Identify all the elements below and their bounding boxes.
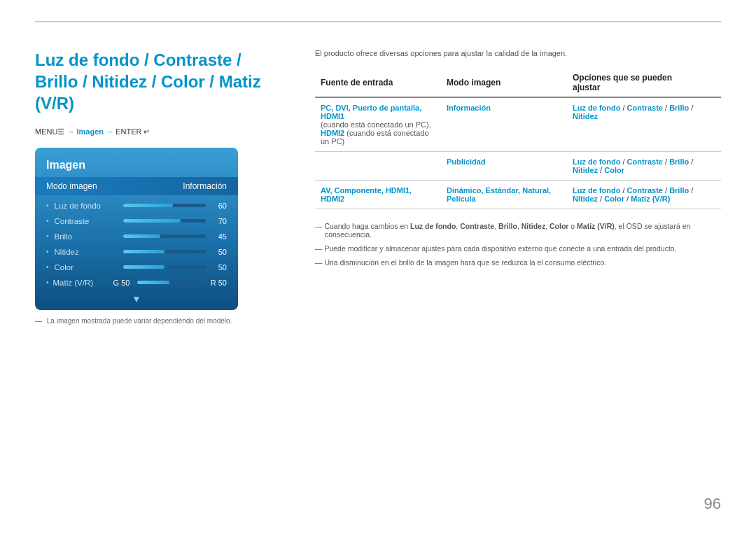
source-pc: PC, DVI, Puerto de pantalla, HDMI1 (cuan… xyxy=(315,97,441,152)
arrow1: → xyxy=(66,127,76,136)
mode-dinamico: Dinámico, Estándar, Natural, Película xyxy=(441,181,567,209)
mode-info: Información xyxy=(441,97,567,152)
osd-value-contraste: 70 xyxy=(210,217,227,225)
left-column: Luz de fondo / Contraste / Brillo / Niti… xyxy=(35,49,287,325)
page-number: 96 xyxy=(704,495,721,513)
osd-title: Imagen xyxy=(35,156,238,177)
osd-dot-matiz: • xyxy=(46,279,49,286)
menu-label: MENU xyxy=(35,127,57,136)
source-empty xyxy=(315,152,441,181)
options-3: Luz de fondo / Contraste / Brillo / Niti… xyxy=(567,181,721,209)
osd-item-brillo: • Brillo 45 xyxy=(35,229,238,244)
mode-publicidad: Publicidad xyxy=(441,152,567,181)
page-title: Luz de fondo / Contraste / Brillo / Niti… xyxy=(35,49,287,115)
osd-bar-contraste xyxy=(123,219,206,223)
options-2: Luz de fondo / Contraste / Brillo / Niti… xyxy=(567,152,721,181)
table-row-1: PC, DVI, Puerto de pantalla, HDMI1 (cuan… xyxy=(315,97,721,152)
options-1: Luz de fondo / Contraste / Brillo / Niti… xyxy=(567,97,721,152)
imagen-label: Imagen xyxy=(77,127,104,136)
menu-icon: ☰ xyxy=(57,127,64,136)
osd-bar-brillo xyxy=(123,234,206,238)
osd-bar-fill-nitidez xyxy=(123,250,164,253)
osd-dot: • xyxy=(46,248,49,255)
osd-scroll-arrow: ▼ xyxy=(35,293,238,304)
osd-item-contraste: • Contraste 70 xyxy=(35,213,238,229)
menu-path: MENU☰ → Imagen → ENTER ↵ xyxy=(35,127,287,136)
col-header-source: Fuente de entrada xyxy=(315,69,441,97)
osd-matiz-fill-g xyxy=(137,281,169,284)
osd-mode-label: Modo imagen xyxy=(46,181,97,191)
osd-bar-fill-color xyxy=(123,265,164,269)
osd-item-matiz: • Matiz (V/R) G 50 R 50 xyxy=(35,275,238,290)
enter-label: ENTER ↵ xyxy=(115,127,150,136)
osd-dot: • xyxy=(46,232,49,240)
source-av: AV, Componente, HDMI1, HDMI2 xyxy=(315,181,441,209)
osd-bar-fill-contraste xyxy=(123,219,181,223)
osd-bar-fill-luz xyxy=(123,204,173,207)
osd-value-brillo: 45 xyxy=(210,232,227,241)
note-3: Una disminución en el brillo de la image… xyxy=(315,255,721,269)
osd-label-luz: Luz de fondo xyxy=(55,202,118,210)
osd-bar-contraste-container: 70 xyxy=(123,217,227,225)
right-column: El producto ofrece diversas opciones par… xyxy=(315,49,721,325)
osd-menu: Imagen Modo imagen Información • Luz de … xyxy=(35,148,238,310)
osd-dot: • xyxy=(46,202,49,209)
table-row-3: AV, Componente, HDMI1, HDMI2 Dinámico, E… xyxy=(315,181,721,209)
osd-bar-color-container: 50 xyxy=(123,263,227,272)
note-2: Puede modificar y almacenar ajustes para… xyxy=(315,241,721,255)
notes-section: Cuando haga cambios en Luz de fondo, Con… xyxy=(315,219,721,269)
osd-bar-brillo-container: 45 xyxy=(123,232,227,241)
osd-dot: • xyxy=(46,217,49,225)
col-header-mode: Modo imagen xyxy=(441,69,567,97)
osd-bar-luz-container: 60 xyxy=(123,202,227,210)
arrow2: → xyxy=(106,127,115,136)
table-row-2: Publicidad Luz de fondo / Contraste / Br… xyxy=(315,152,721,181)
osd-label-contraste: Contraste xyxy=(55,217,118,225)
osd-mode-row: Modo imagen Información xyxy=(35,177,238,195)
info-table: Fuente de entrada Modo imagen Opciones q… xyxy=(315,69,721,209)
page-container: Luz de fondo / Contraste / Brillo / Niti… xyxy=(0,0,756,534)
osd-item-luz: • Luz de fondo 60 xyxy=(35,198,238,213)
osd-value-color: 50 xyxy=(210,263,227,272)
osd-bar-fill-brillo xyxy=(123,234,160,238)
osd-matiz-g: G 50 xyxy=(113,279,133,287)
osd-label-color: Color xyxy=(55,263,118,272)
osd-label-brillo: Brillo xyxy=(55,232,118,241)
right-intro: El producto ofrece diversas opciones par… xyxy=(315,49,721,57)
osd-dot: • xyxy=(46,263,49,271)
osd-bar-nitidez-container: 50 xyxy=(123,248,227,256)
osd-matiz-bar-g xyxy=(137,281,202,284)
osd-item-nitidez: • Nitidez 50 xyxy=(35,244,238,260)
osd-mode-value: Información xyxy=(183,181,227,191)
osd-bar-color xyxy=(123,265,206,269)
osd-bar-luz xyxy=(123,204,206,207)
osd-value-luz: 60 xyxy=(210,202,227,210)
osd-matiz-r: R 50 xyxy=(206,279,227,287)
osd-label-matiz: Matiz (V/R) xyxy=(53,279,109,287)
top-divider xyxy=(35,21,721,22)
col-header-options: Opciones que se puedenajustar xyxy=(567,69,721,97)
note-1: Cuando haga cambios en Luz de fondo, Con… xyxy=(315,219,721,241)
osd-value-nitidez: 50 xyxy=(210,248,227,256)
osd-item-color: • Color 50 xyxy=(35,260,238,275)
osd-label-nitidez: Nitidez xyxy=(55,248,118,256)
osd-bar-nitidez xyxy=(123,250,206,253)
image-note: — La imagen mostrada puede variar depend… xyxy=(35,317,287,325)
